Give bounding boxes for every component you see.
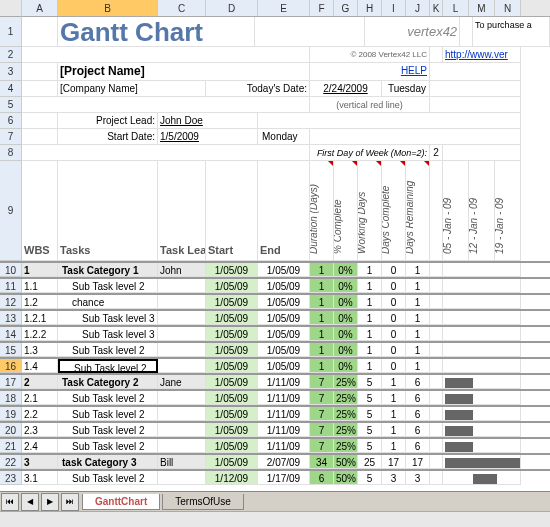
cell-duration[interactable]: 7 (310, 391, 334, 405)
todays-date[interactable]: 2/24/2009 (310, 81, 382, 97)
cell-dr[interactable]: 6 (406, 407, 430, 421)
cell-dc[interactable]: 1 (382, 407, 406, 421)
table-row[interactable]: 20 2.3 Sub Task level 2 1/05/09 1/11/09 … (0, 421, 550, 437)
cell-dc[interactable]: 17 (382, 455, 406, 469)
cell-wbs[interactable]: 1.2.1 (22, 311, 58, 325)
cell-wbs[interactable]: 3.1 (22, 471, 58, 485)
row-header-19[interactable]: 19 (0, 407, 22, 421)
cell-pct[interactable]: 0% (334, 263, 358, 277)
cell-pct[interactable]: 25% (334, 439, 358, 453)
tab-ganttchart[interactable]: GanttChart (82, 494, 160, 510)
col-header-l[interactable]: L (443, 0, 469, 16)
tab-nav-first[interactable]: ⏮ (1, 493, 19, 511)
chart-title[interactable]: Gantt Chart (58, 17, 255, 47)
cell-task[interactable]: task Category 3 (58, 455, 158, 469)
gantt-cell[interactable] (443, 471, 521, 485)
row-header-8[interactable]: 8 (0, 145, 22, 161)
row-header-16[interactable]: 16 (0, 359, 22, 373)
cell-task[interactable]: Sub Task level 2 (58, 439, 158, 453)
cell-start[interactable]: 1/05/09 (206, 375, 258, 389)
cell-dc[interactable]: 0 (382, 263, 406, 277)
cell-wbs[interactable]: 2.4 (22, 439, 58, 453)
purchase-link[interactable]: http://www.ver (443, 47, 521, 63)
row-9-headers[interactable]: 9 WBS Tasks Task Lead Start End Duration… (0, 161, 550, 261)
cell-end[interactable]: 1/05/09 (258, 359, 310, 373)
cell-task[interactable]: Sub Task level 2 (58, 407, 158, 421)
cell-pct[interactable]: 0% (334, 295, 358, 309)
row-header-5[interactable]: 5 (0, 97, 22, 113)
cell-lead[interactable]: Bill (158, 455, 206, 469)
cell-task[interactable]: Task Category 1 (58, 263, 158, 277)
cell-task[interactable]: Sub Task level 2 (58, 359, 158, 373)
row-4[interactable]: 4 [Company Name] Today's Date: 2/24/2009… (0, 81, 550, 97)
cell-duration[interactable]: 1 (310, 343, 334, 357)
col-header-m[interactable]: M (469, 0, 495, 16)
cell-end[interactable]: 1/05/09 (258, 311, 310, 325)
row-header-6[interactable]: 6 (0, 113, 22, 129)
cell-wd[interactable]: 1 (358, 279, 382, 293)
spreadsheet-grid[interactable]: A B C D E F G H I J K L M N 1 Gantt Char… (0, 0, 550, 485)
row-header-22[interactable]: 22 (0, 455, 22, 469)
gantt-cell[interactable] (443, 263, 521, 277)
col-header-b[interactable]: B (58, 0, 158, 16)
gantt-cell[interactable] (443, 439, 521, 453)
cell-duration[interactable]: 1 (310, 263, 334, 277)
table-row[interactable]: 19 2.2 Sub Task level 2 1/05/09 1/11/09 … (0, 405, 550, 421)
row-header-1[interactable]: 1 (0, 17, 22, 47)
col-header-e[interactable]: E (258, 0, 310, 16)
cell-dr[interactable]: 1 (406, 263, 430, 277)
cell-dr[interactable]: 1 (406, 327, 430, 341)
table-row[interactable]: 23 3.1 Sub Task level 2 1/12/09 1/17/09 … (0, 469, 550, 485)
cell-task[interactable]: Sub Task level 2 (58, 423, 158, 437)
cell-wbs[interactable]: 1.4 (22, 359, 58, 373)
cell-wbs[interactable]: 3 (22, 455, 58, 469)
first-day-value[interactable]: 2 (430, 145, 443, 161)
cell-end[interactable]: 1/11/09 (258, 391, 310, 405)
cell-wd[interactable]: 1 (358, 295, 382, 309)
cell-lead[interactable] (158, 311, 206, 325)
start-date-value[interactable]: 1/5/2009 (158, 129, 258, 145)
row-header-11[interactable]: 11 (0, 279, 22, 293)
row-header-23[interactable]: 23 (0, 471, 22, 485)
cell-lead[interactable] (158, 471, 206, 485)
cell-lead[interactable] (158, 359, 206, 373)
table-row[interactable]: 14 1.2.2 Sub Task level 3 1/05/09 1/05/0… (0, 325, 550, 341)
cell-pct[interactable]: 25% (334, 375, 358, 389)
cell-pct[interactable]: 0% (334, 279, 358, 293)
row-header-2[interactable]: 2 (0, 47, 22, 63)
cell-end[interactable]: 1/11/09 (258, 375, 310, 389)
row-5[interactable]: 5 (vertical red line) (0, 97, 550, 113)
gantt-cell[interactable] (443, 343, 521, 357)
cell-wd[interactable]: 5 (358, 407, 382, 421)
cell-dc[interactable]: 0 (382, 311, 406, 325)
col-header-a[interactable]: A (22, 0, 58, 16)
cell-lead[interactable] (158, 327, 206, 341)
cell-dc[interactable]: 0 (382, 279, 406, 293)
cell-end[interactable]: 2/07/09 (258, 455, 310, 469)
cell-pct[interactable]: 50% (334, 471, 358, 485)
cell-end[interactable]: 1/11/09 (258, 423, 310, 437)
cell-start[interactable]: 1/05/09 (206, 407, 258, 421)
cell-lead[interactable] (158, 279, 206, 293)
col-header-h[interactable]: H (358, 0, 382, 16)
cell-wbs[interactable]: 2 (22, 375, 58, 389)
table-row[interactable]: 18 2.1 Sub Task level 2 1/05/09 1/11/09 … (0, 389, 550, 405)
row-header-13[interactable]: 13 (0, 311, 22, 325)
table-row[interactable]: 12 1.2 chance 1/05/09 1/05/09 1 0% 1 0 1 (0, 293, 550, 309)
cell-dr[interactable]: 3 (406, 471, 430, 485)
cell-duration[interactable]: 1 (310, 359, 334, 373)
cell-lead[interactable]: John (158, 263, 206, 277)
cell-pct[interactable]: 0% (334, 343, 358, 357)
cell-dc[interactable]: 0 (382, 327, 406, 341)
cell-wbs[interactable]: 2.2 (22, 407, 58, 421)
cell-dc[interactable]: 1 (382, 423, 406, 437)
cell-dc[interactable]: 3 (382, 471, 406, 485)
cell-dc[interactable]: 1 (382, 375, 406, 389)
cell-start[interactable]: 1/05/09 (206, 359, 258, 373)
cell-task[interactable]: chance (58, 295, 158, 309)
cell-end[interactable]: 1/05/09 (258, 343, 310, 357)
row-6[interactable]: 6 Project Lead: John Doe (0, 113, 550, 129)
row-1[interactable]: 1 Gantt Chart vertex42 To purchase a (0, 17, 550, 47)
cell-wd[interactable]: 1 (358, 311, 382, 325)
cell-task[interactable]: Sub Task level 2 (58, 391, 158, 405)
